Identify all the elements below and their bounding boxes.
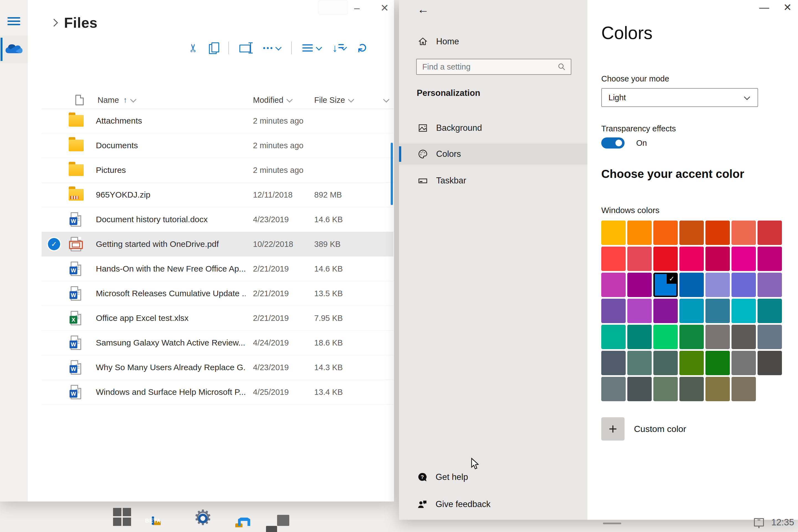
accent-color-swatch[interactable] (705, 299, 730, 323)
accent-color-swatch[interactable] (627, 221, 652, 245)
file-row[interactable]: WSamsung Galaxy Watch Active Review....4… (41, 330, 394, 355)
clock[interactable]: 12:35 (771, 517, 794, 528)
nav-item-colors[interactable]: Colors (399, 144, 587, 165)
copy-icon[interactable] (209, 42, 218, 54)
accent-color-swatch[interactable] (732, 325, 756, 349)
accent-color-swatch[interactable] (627, 299, 652, 323)
custom-color-button[interactable]: + Custom color (601, 417, 686, 440)
mode-dropdown[interactable]: Light (601, 88, 758, 107)
accent-color-swatch[interactable] (653, 247, 678, 271)
search-input[interactable] (417, 62, 557, 72)
accent-color-swatch[interactable] (601, 299, 626, 323)
file-row[interactable]: XOffice app Excel test.xlsx2/21/20197.95… (41, 306, 394, 330)
row-select-gutter[interactable] (41, 306, 66, 330)
file-name[interactable]: Documents (96, 141, 246, 150)
horizontal-scrollbar[interactable] (603, 522, 621, 524)
accent-color-swatch[interactable] (653, 221, 678, 245)
settings-search-box[interactable] (416, 59, 571, 75)
accent-color-swatch[interactable] (758, 299, 782, 323)
accent-color-swatch[interactable] (601, 351, 626, 375)
file-name[interactable]: Windows and Surface Help Microsoft P... (96, 387, 246, 397)
file-name[interactable]: Attachments (96, 116, 246, 126)
file-row[interactable]: Pictures2 minutes ago (41, 158, 394, 183)
accent-color-swatch[interactable] (758, 325, 782, 349)
row-select-gutter[interactable] (41, 158, 66, 182)
accent-color-swatch[interactable] (653, 299, 678, 323)
accent-color-swatch[interactable] (679, 273, 704, 297)
accent-color-swatch[interactable] (758, 221, 782, 245)
accent-color-swatch[interactable] (732, 351, 756, 375)
accent-color-swatch[interactable] (653, 377, 678, 401)
accent-color-swatch[interactable] (705, 351, 730, 375)
rename-icon[interactable] (240, 42, 252, 54)
file-row[interactable]: WDocument history tutorial.docx4/23/2019… (41, 207, 394, 232)
column-header-name[interactable]: Name ↑ (97, 96, 135, 105)
close-button[interactable]: ✕ (376, 2, 393, 14)
accent-color-swatch[interactable] (679, 325, 704, 349)
accent-color-swatch[interactable] (758, 351, 782, 375)
row-select-gutter[interactable] (41, 355, 66, 380)
accent-color-swatch[interactable] (705, 247, 730, 271)
file-name[interactable]: Getting started with OneDrive.pdf (96, 240, 246, 249)
file-row[interactable]: WMicrosoft Releases Cumulative Update ..… (41, 281, 394, 306)
close-button[interactable]: ✕ (779, 2, 796, 13)
get-help-item[interactable]: ? Get help (399, 467, 587, 488)
settings-app-button[interactable]: ⚙ (193, 507, 212, 528)
row-select-gutter[interactable] (41, 183, 66, 207)
cut-icon[interactable]: ✂ (188, 41, 198, 54)
file-name[interactable]: Why So Many Users Already Replace G... (96, 363, 246, 372)
file-row[interactable]: Documents2 minutes ago (41, 133, 394, 158)
sort-icon[interactable]: ↓ (332, 42, 346, 54)
file-row[interactable]: WWhy So Many Users Already Replace G...4… (41, 355, 394, 380)
file-row[interactable]: Attachments2 minutes ago (41, 109, 394, 133)
hamburger-menu-icon[interactable] (7, 15, 20, 27)
file-row[interactable]: WHands-On with the New Free Office Ap...… (41, 256, 394, 281)
accent-color-swatch[interactable] (732, 299, 756, 323)
accent-color-swatch[interactable] (601, 273, 626, 297)
chevron-right-icon[interactable] (50, 19, 58, 26)
refresh-icon[interactable]: ↻ (357, 41, 368, 54)
give-feedback-item[interactable]: Give feedback (399, 494, 587, 515)
accent-color-swatch[interactable] (653, 351, 678, 375)
selected-check-icon[interactable]: ✓ (41, 232, 66, 256)
accent-color-swatch[interactable]: ✓ (653, 273, 678, 297)
minimize-button[interactable]: — (756, 2, 773, 13)
accent-color-swatch[interactable] (627, 325, 652, 349)
column-header-filesize[interactable]: File Size (314, 96, 353, 105)
accent-color-swatch[interactable] (627, 247, 652, 271)
accent-color-swatch[interactable] (732, 273, 756, 297)
accent-color-swatch[interactable] (705, 377, 730, 401)
file-row[interactable]: ✓Getting started with OneDrive.pdf10/22/… (41, 232, 394, 256)
row-select-gutter[interactable] (41, 207, 66, 232)
file-name[interactable]: Office app Excel test.xlsx (96, 314, 246, 323)
accent-color-swatch[interactable] (601, 325, 626, 349)
file-name[interactable]: Samsung Galaxy Watch Active Review.... (96, 338, 246, 347)
row-select-gutter[interactable] (41, 380, 66, 404)
transparency-toggle[interactable] (601, 137, 625, 149)
row-select-gutter[interactable] (41, 330, 66, 355)
more-options-icon[interactable] (263, 42, 281, 54)
vertical-scrollbar[interactable] (391, 143, 393, 205)
file-name[interactable]: Pictures (96, 166, 246, 175)
minimize-button[interactable]: – (348, 2, 365, 14)
accent-color-swatch[interactable] (601, 377, 626, 401)
accent-color-swatch[interactable] (705, 325, 730, 349)
file-name[interactable]: Hands-On with the New Free Office Ap... (96, 264, 246, 273)
accent-color-swatch[interactable] (758, 273, 782, 297)
start-button[interactable] (113, 508, 131, 526)
accent-color-swatch[interactable] (705, 273, 730, 297)
accent-color-swatch[interactable] (679, 299, 704, 323)
accent-color-swatch[interactable] (732, 377, 756, 401)
file-name[interactable]: Document history tutorial.docx (96, 215, 246, 224)
accent-color-swatch[interactable] (732, 221, 756, 245)
accent-color-swatch[interactable] (627, 273, 652, 297)
row-select-gutter[interactable] (41, 281, 66, 306)
search-icon[interactable] (557, 63, 566, 71)
accent-color-swatch[interactable] (679, 351, 704, 375)
row-select-gutter[interactable] (41, 109, 66, 133)
back-arrow-icon[interactable]: ← (417, 3, 429, 16)
accent-color-swatch[interactable] (653, 325, 678, 349)
row-select-gutter[interactable] (41, 256, 66, 281)
file-type-column-icon[interactable] (75, 95, 84, 105)
accent-color-swatch[interactable] (705, 221, 730, 245)
